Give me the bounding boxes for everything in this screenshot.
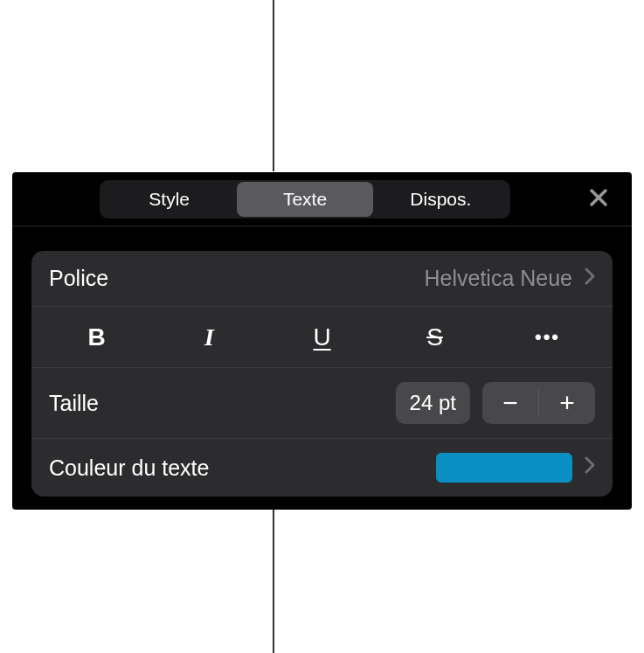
panel-content: Police Helvetica Neue B I (12, 226, 632, 497)
text-color-label: Couleur du texte (49, 455, 209, 481)
close-button[interactable] (581, 182, 616, 217)
bold-icon: B (87, 323, 105, 351)
chevron-right-icon (585, 267, 595, 290)
font-label: Police (49, 266, 108, 291)
callout-line-bottom (273, 509, 274, 653)
callout-line-top (273, 0, 274, 171)
size-value[interactable]: 24 pt (396, 382, 470, 424)
underline-button[interactable]: U (266, 309, 378, 365)
strikethrough-button[interactable]: S (378, 309, 491, 365)
minus-icon: − (502, 388, 518, 418)
size-label: Taille (49, 391, 99, 416)
more-styles-button[interactable]: ••• (491, 309, 604, 365)
strikethrough-icon: S (426, 323, 443, 351)
close-icon (589, 185, 608, 213)
tab-group: Style Texte Dispos. (100, 180, 510, 219)
text-style-row: B I U S ••• (31, 307, 613, 368)
more-icon: ••• (535, 326, 560, 349)
size-row: Taille 24 pt − + (31, 368, 613, 439)
plus-icon: + (559, 388, 575, 418)
bold-button[interactable]: B (40, 309, 153, 365)
tab-text[interactable]: Texte (237, 182, 372, 217)
size-stepper: − + (482, 382, 595, 424)
font-value-group: Helvetica Neue (424, 266, 595, 291)
text-color-value-group (436, 453, 595, 483)
format-panel: Style Texte Dispos. Police Helvetica Neu… (12, 172, 632, 510)
settings-card: Police Helvetica Neue B I (31, 251, 613, 497)
tab-layout[interactable]: Dispos. (373, 182, 509, 217)
underline-icon: U (313, 323, 330, 351)
font-value: Helvetica Neue (424, 266, 572, 291)
italic-icon: I (204, 323, 214, 351)
font-row[interactable]: Police Helvetica Neue (31, 251, 613, 307)
color-swatch[interactable] (436, 453, 572, 483)
italic-button[interactable]: I (153, 309, 266, 365)
size-increase-button[interactable]: + (539, 382, 595, 424)
size-controls: 24 pt − + (396, 382, 595, 424)
size-decrease-button[interactable]: − (482, 382, 538, 424)
text-color-row[interactable]: Couleur du texte (31, 439, 613, 497)
tab-style[interactable]: Style (101, 182, 237, 217)
chevron-right-icon (585, 456, 595, 479)
panel-header: Style Texte Dispos. (12, 172, 632, 226)
